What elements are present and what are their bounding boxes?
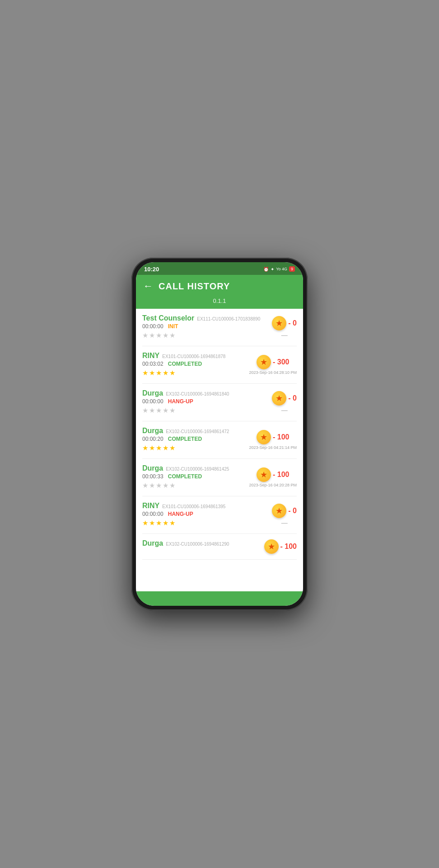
call-left: RINYEX101-CU100006-169486187800:03:02COM…: [142, 352, 245, 377]
call-id: EX102-CU100006-1694861472: [166, 429, 229, 434]
coin-value: - 100: [273, 471, 289, 479]
star-filled-icon: ★: [163, 519, 168, 527]
star-filled-icon: ★: [163, 369, 168, 377]
caller-name: Durga: [142, 389, 163, 397]
stars-row: ★★★★★: [142, 331, 268, 340]
coin-value: - 100: [280, 542, 297, 551]
call-status: HANG-UP: [168, 398, 193, 405]
call-item[interactable]: Test CounselorEX111-CU100006-17018388900…: [142, 309, 297, 346]
call-status: COMPLETED: [168, 436, 202, 442]
call-item[interactable]: RINYEX101-CU100006-169486139500:00:00HAN…: [142, 496, 297, 534]
caller-name: Durga: [142, 464, 163, 472]
star-filled-icon: ★: [169, 444, 175, 452]
star-filled-icon: ★: [149, 444, 155, 452]
star-empty-icon: ★: [142, 406, 148, 415]
star-empty-icon: ★: [149, 481, 155, 490]
star-empty-icon: ★: [142, 331, 148, 340]
star-empty-icon: ★: [169, 481, 175, 490]
version-bar: 0.1.1: [136, 296, 303, 309]
call-duration: 00:00:20: [142, 436, 163, 442]
star-empty-icon: ★: [156, 406, 162, 415]
star-filled-icon: ★: [149, 519, 155, 527]
call-left: RINYEX101-CU100006-169486139500:00:00HAN…: [142, 502, 268, 527]
caller-name: RINY: [142, 502, 159, 510]
no-date-dash: —: [281, 331, 288, 339]
call-right: ★- 1002023-Sep-16 04:21:14 PM: [249, 427, 297, 453]
call-status: COMPLETED: [168, 473, 202, 480]
coin-value: - 100: [273, 433, 289, 441]
stars-row: ★★★★★: [142, 444, 245, 452]
call-duration: 00:00:00: [142, 398, 163, 405]
status-bar: 10:20 ⏰ ✦ Yo 4G 9: [136, 262, 303, 275]
coin-row: ★- 0: [272, 391, 297, 406]
coin-row: ★- 100: [264, 539, 297, 554]
call-meta: 00:03:02COMPLETED: [142, 361, 245, 367]
star-empty-icon: ★: [169, 331, 175, 340]
call-left: DurgaEX102-CU100006-169486184000:00:00HA…: [142, 389, 268, 415]
stars-row: ★★★★★: [142, 519, 268, 527]
call-meta: 00:00:00INIT: [142, 323, 268, 330]
coin-icon: ★: [257, 467, 271, 482]
signal-text: Yo 4G: [276, 267, 287, 271]
call-right: ★- 1002023-Sep-16 04:20:28 PM: [249, 464, 297, 491]
status-time: 10:20: [144, 266, 159, 273]
coin-icon: ★: [257, 355, 271, 369]
call-right: ★- 0—: [272, 502, 297, 528]
coin-icon: ★: [257, 430, 271, 444]
call-left: Test CounselorEX111-CU100006-17018388900…: [142, 314, 268, 340]
star-filled-icon: ★: [142, 444, 148, 452]
call-right: ★- 0—: [272, 314, 297, 340]
back-button[interactable]: ←: [143, 280, 153, 292]
call-list: Test CounselorEX111-CU100006-17018388900…: [136, 309, 303, 591]
coin-row: ★- 100: [257, 467, 289, 482]
alarm-icon: ⏰: [263, 267, 269, 272]
phone-screen: 10:20 ⏰ ✦ Yo 4G 9 ← CALL HISTORY 0.1.1 T…: [136, 262, 303, 606]
call-item[interactable]: DurgaEX102-CU100006-169486147200:00:20CO…: [142, 421, 297, 459]
star-empty-icon: ★: [142, 481, 148, 490]
call-id: EX102-CU100006-1694861840: [166, 392, 229, 396]
no-date-dash: —: [281, 519, 288, 526]
call-meta: 00:00:20COMPLETED: [142, 436, 245, 442]
call-duration: 00:00:00: [142, 323, 163, 330]
caller-name: Durga: [142, 427, 163, 435]
call-item[interactable]: DurgaEX102-CU100006-1694861290★- 100: [142, 534, 297, 560]
star-filled-icon: ★: [169, 519, 175, 527]
coin-date: 2023-Sep-16 04:28:10 PM: [249, 370, 297, 375]
coin-row: ★- 0: [272, 504, 297, 518]
stars-row: ★★★★★: [142, 406, 268, 415]
star-empty-icon: ★: [156, 481, 162, 490]
call-right: ★- 100: [264, 539, 297, 554]
coin-row: ★- 100: [257, 430, 289, 444]
call-meta: 00:00:00HANG-UP: [142, 511, 268, 517]
caller-name: Durga: [142, 539, 163, 547]
no-date-dash: —: [281, 406, 288, 414]
coin-date: 2023-Sep-16 04:20:28 PM: [249, 483, 297, 487]
version-label: 0.1.1: [213, 297, 226, 304]
call-item[interactable]: DurgaEX102-CU100006-169486142500:00:33CO…: [142, 459, 297, 496]
stars-row: ★★★★★: [142, 481, 245, 490]
call-item[interactable]: DurgaEX102-CU100006-169486184000:00:00HA…: [142, 384, 297, 421]
star-empty-icon: ★: [149, 406, 155, 415]
bluetooth-icon: ✦: [271, 267, 274, 272]
star-empty-icon: ★: [163, 481, 168, 490]
coin-value: - 0: [288, 507, 297, 515]
caller-name: RINY: [142, 352, 159, 360]
call-status: HANG-UP: [168, 511, 193, 517]
call-meta: 00:00:33COMPLETED: [142, 473, 245, 480]
call-meta: 00:00:00HANG-UP: [142, 398, 268, 405]
coin-icon: ★: [264, 539, 279, 554]
call-right: ★- 0—: [272, 389, 297, 415]
call-left: DurgaEX102-CU100006-169486147200:00:20CO…: [142, 427, 245, 452]
call-duration: 00:00:00: [142, 511, 163, 517]
call-id: EX102-CU100006-1694861425: [166, 467, 229, 472]
coin-icon: ★: [272, 316, 286, 330]
battery-icon: 9: [289, 266, 295, 272]
coin-icon: ★: [272, 504, 286, 518]
call-item[interactable]: RINYEX101-CU100006-169486187800:03:02COM…: [142, 346, 297, 384]
star-empty-icon: ★: [163, 406, 168, 415]
star-filled-icon: ★: [163, 444, 168, 452]
star-filled-icon: ★: [156, 444, 162, 452]
stars-row: ★★★★★: [142, 369, 245, 377]
coin-value: - 300: [273, 358, 289, 366]
coin-icon: ★: [272, 391, 286, 406]
